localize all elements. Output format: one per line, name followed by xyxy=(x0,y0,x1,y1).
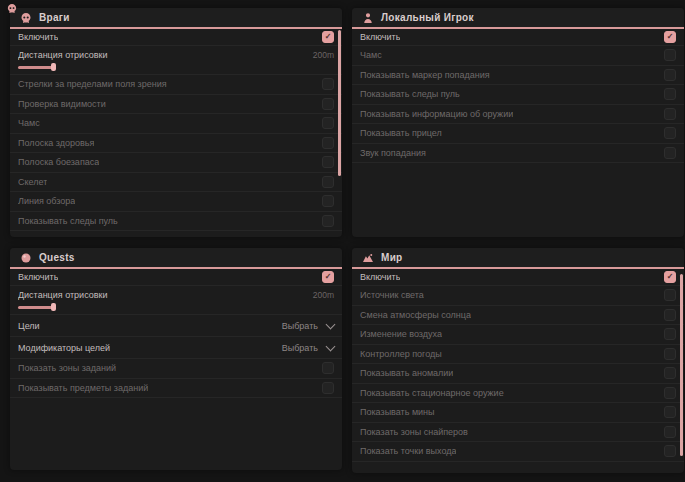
row-label: Включить xyxy=(360,272,400,282)
checkbox-unchecked[interactable] xyxy=(322,156,334,168)
slider-track[interactable] xyxy=(18,303,334,311)
checkbox-unchecked[interactable] xyxy=(322,78,334,90)
checkmark-icon: ✓ xyxy=(667,33,674,41)
checkbox-unchecked[interactable] xyxy=(664,69,676,81)
row-checkbox[interactable]: Показывать маркер попадания xyxy=(352,66,684,86)
checkbox-checked[interactable]: ✓ xyxy=(322,271,334,283)
row-checkbox[interactable]: Включить✓ xyxy=(10,29,342,46)
panel-world-rows: Включить✓Источник светаСмена атмосферы с… xyxy=(352,269,684,462)
checkbox-unchecked[interactable] xyxy=(322,195,334,207)
checkbox-checked[interactable]: ✓ xyxy=(322,31,334,43)
row-checkbox[interactable]: Показать зоны заданий xyxy=(10,359,342,379)
checkbox-unchecked[interactable] xyxy=(664,445,676,457)
checkbox-unchecked[interactable] xyxy=(664,289,676,301)
row-checkbox[interactable]: Проверка видимости xyxy=(10,95,342,115)
row-checkbox[interactable]: Показать точки выхода xyxy=(352,442,684,462)
checkbox-unchecked[interactable] xyxy=(664,127,676,139)
row-checkbox[interactable]: Включить✓ xyxy=(10,269,342,286)
row-checkbox[interactable]: Смена атмосферы солнца xyxy=(352,306,684,326)
row-label: Чамс xyxy=(18,118,40,128)
row-slider[interactable]: Дистанция отрисовки200m xyxy=(10,286,342,315)
checkbox-unchecked[interactable] xyxy=(664,387,676,399)
quest-orb-icon xyxy=(20,252,32,264)
slider-track[interactable] xyxy=(18,63,334,71)
checkbox-unchecked[interactable] xyxy=(664,406,676,418)
row-checkbox[interactable]: Полоска здоровья xyxy=(10,134,342,154)
checkbox-unchecked[interactable] xyxy=(664,49,676,61)
row-dropdown[interactable]: ЦелиВыбрать xyxy=(10,315,342,337)
row-checkbox[interactable]: Показывать предметы заданий xyxy=(10,379,342,399)
row-checkbox[interactable]: Показывать информацию об оружии xyxy=(352,105,684,125)
row-checkbox[interactable]: Включить✓ xyxy=(352,269,684,286)
row-checkbox[interactable]: Изменение воздуха xyxy=(352,325,684,345)
checkbox-unchecked[interactable] xyxy=(664,348,676,360)
row-label: Проверка видимости xyxy=(18,99,106,109)
row-label: Показывать следы пуль xyxy=(360,89,460,99)
row-dropdown[interactable]: Модификаторы целейВыбрать xyxy=(10,337,342,359)
row-checkbox[interactable]: Показать зоны снайперов xyxy=(352,423,684,443)
dropdown-select[interactable]: Выбрать xyxy=(282,343,334,353)
checkbox-unchecked[interactable] xyxy=(664,328,676,340)
dropdown-select[interactable]: Выбрать xyxy=(282,321,334,331)
checkbox-checked[interactable]: ✓ xyxy=(664,271,676,283)
row-checkbox[interactable]: Показывать прицел xyxy=(352,124,684,144)
row-checkbox[interactable]: Линия обзора xyxy=(10,192,342,212)
panel-enemies: Враги Включить✓Дистанция отрисовки200mСт… xyxy=(10,8,342,237)
scrollbar[interactable] xyxy=(338,30,341,176)
chevron-down-icon xyxy=(326,319,336,329)
panel-quests-header: Quests xyxy=(10,248,342,269)
scrollbar[interactable] xyxy=(680,274,683,456)
row-label: Цели xyxy=(18,321,40,331)
checkbox-unchecked[interactable] xyxy=(664,367,676,379)
row-label: Модификаторы целей xyxy=(18,343,110,353)
row-checkbox[interactable]: Показывать аномалии xyxy=(352,364,684,384)
row-checkbox[interactable]: Показывать стационарное оружие xyxy=(352,384,684,404)
row-label: Включить xyxy=(18,32,58,42)
row-label: Показывать маркер попадания xyxy=(360,70,490,80)
row-checkbox[interactable]: Контроллер погоды xyxy=(352,345,684,365)
panel-world: Мир Включить✓Источник светаСмена атмосфе… xyxy=(352,248,684,473)
slider-label-row: Дистанция отрисовки200m xyxy=(18,50,334,60)
slider-handle[interactable] xyxy=(51,303,56,311)
row-checkbox[interactable]: Показывать мины xyxy=(352,403,684,423)
checkbox-unchecked[interactable] xyxy=(322,362,334,374)
row-label: Чамс xyxy=(360,50,382,60)
checkbox-unchecked[interactable] xyxy=(322,382,334,394)
panel-world-header: Мир xyxy=(352,248,684,269)
checkbox-unchecked[interactable] xyxy=(664,147,676,159)
checkbox-unchecked[interactable] xyxy=(664,88,676,100)
row-label: Показать точки выхода xyxy=(360,446,456,456)
checkbox-unchecked[interactable] xyxy=(664,108,676,120)
mod-menu-screen: Враги Включить✓Дистанция отрисовки200mСт… xyxy=(0,0,685,482)
row-checkbox[interactable]: Включить✓ xyxy=(352,29,684,46)
row-checkbox[interactable]: Чамс xyxy=(10,114,342,134)
checkbox-unchecked[interactable] xyxy=(664,309,676,321)
checkbox-unchecked[interactable] xyxy=(322,98,334,110)
row-checkbox[interactable]: Стрелки за пределами поля зрения xyxy=(10,75,342,95)
panel-title: Локальный Игрок xyxy=(381,12,474,23)
row-checkbox[interactable]: Чамс xyxy=(352,46,684,66)
row-checkbox[interactable]: Показывать следы пуль xyxy=(10,212,342,232)
panel-title: Мир xyxy=(381,252,403,263)
row-label: Показывать аномалии xyxy=(360,368,453,378)
row-checkbox[interactable]: Источник света xyxy=(352,286,684,306)
row-checkbox[interactable]: Скелет xyxy=(10,173,342,193)
checkbox-checked[interactable]: ✓ xyxy=(664,31,676,43)
checkbox-unchecked[interactable] xyxy=(322,117,334,129)
row-label: Линия обзора xyxy=(18,196,75,206)
checkbox-unchecked[interactable] xyxy=(322,215,334,227)
row-label: Изменение воздуха xyxy=(360,329,442,339)
slider-handle[interactable] xyxy=(51,63,56,71)
row-checkbox[interactable]: Показывать следы пуль xyxy=(352,85,684,105)
checkmark-icon: ✓ xyxy=(325,33,332,41)
row-slider[interactable]: Дистанция отрисовки200m xyxy=(10,46,342,75)
row-label: Звук попадания xyxy=(360,148,426,158)
cursor-skull-icon xyxy=(6,0,18,11)
checkbox-unchecked[interactable] xyxy=(322,176,334,188)
checkbox-unchecked[interactable] xyxy=(664,426,676,438)
row-checkbox[interactable]: Звук попадания xyxy=(352,144,684,164)
dropdown-value: Выбрать xyxy=(282,321,318,331)
row-label: Показывать следы пуль xyxy=(18,216,118,226)
row-checkbox[interactable]: Полоска боезапаса xyxy=(10,153,342,173)
checkbox-unchecked[interactable] xyxy=(322,137,334,149)
